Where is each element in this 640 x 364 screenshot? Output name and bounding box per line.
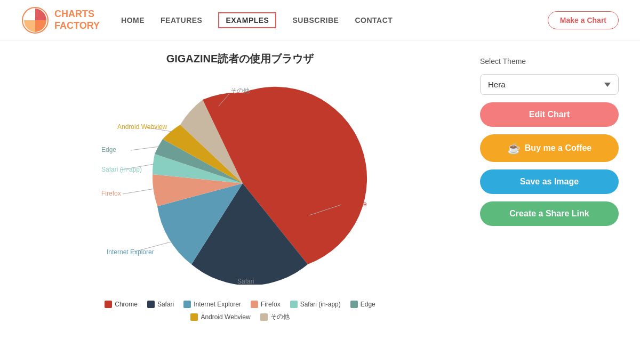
legend-item: Internet Explorer — [183, 301, 241, 308]
label-chrome: Chrome — [344, 200, 367, 208]
pie-chart-svg: Chrome Safari Internet Explorer Firefox … — [101, 71, 379, 285]
legend-color-swatch — [105, 301, 112, 308]
legend-label: Firefox — [261, 301, 281, 308]
logo-text: CHARTS FACTORY — [54, 9, 100, 31]
legend-label: Edge — [361, 301, 375, 308]
legend-item: その他 — [260, 312, 290, 321]
legend-color-swatch — [190, 313, 198, 321]
legend-color-swatch — [147, 301, 155, 308]
chart-container: Chrome Safari Internet Explorer Firefox … — [101, 71, 379, 295]
legend-color-swatch — [183, 301, 191, 308]
nav-home[interactable]: HOME — [121, 15, 145, 25]
chart-title: GIGAZINE読者の使用ブラウザ — [166, 52, 314, 66]
select-theme-label: Select Theme — [480, 57, 619, 66]
legend-label: Internet Explorer — [194, 301, 241, 308]
nav-features[interactable]: FEATURES — [161, 15, 202, 25]
legend-label: Safari — [157, 301, 174, 308]
logo-icon — [21, 6, 49, 34]
save-image-button[interactable]: Save as Image — [480, 169, 619, 194]
legend-color-swatch — [290, 301, 298, 308]
buy-coffee-button[interactable]: ☕ Buy me a Coffee — [480, 134, 619, 162]
make-chart-button[interactable]: Make a Chart — [548, 11, 619, 29]
legend-label: Safari (in-app) — [300, 301, 341, 308]
nav-subscribe[interactable]: SUBSCRIBE — [292, 15, 339, 25]
chart-legend: ChromeSafariInternet ExplorerFirefoxSafa… — [85, 301, 395, 321]
label-safari-inapp: Safari (in-app) — [101, 166, 142, 173]
legend-item: Edge — [350, 301, 375, 308]
legend-label: Chrome — [115, 301, 138, 308]
legend-item: Safari (in-app) — [290, 301, 341, 308]
buy-coffee-label: Buy me a Coffee — [525, 143, 591, 153]
logo-link[interactable]: CHARTS FACTORY — [21, 6, 100, 34]
sidebar: Select Theme HeraZeusApolloAthena Edit C… — [480, 52, 619, 321]
chart-area: GIGAZINE読者の使用ブラウザ — [21, 52, 459, 321]
edit-chart-button[interactable]: Edit Chart — [480, 102, 619, 127]
share-link-button[interactable]: Create a Share Link — [480, 201, 619, 226]
nav-contact[interactable]: CONTACT — [355, 15, 393, 25]
legend-label: その他 — [270, 312, 290, 321]
navbar: CHARTS FACTORY HOME FEATURES EXAMPLES SU… — [0, 0, 640, 41]
coffee-icon: ☕ — [507, 142, 521, 155]
legend-item: Android Webview — [190, 312, 250, 321]
label-edge: Edge — [101, 146, 116, 153]
legend-item: Safari — [147, 301, 174, 308]
svg-line-2 — [123, 189, 155, 194]
nav-examples[interactable]: EXAMPLES — [218, 12, 276, 28]
nav-links: HOME FEATURES EXAMPLES SUBSCRIBE CONTACT — [121, 12, 548, 28]
label-ie: Internet Explorer — [107, 248, 154, 256]
theme-select[interactable]: HeraZeusApolloAthena — [480, 74, 619, 95]
label-other: その他 — [230, 87, 250, 94]
label-safari-bottom: Safari — [237, 278, 254, 285]
legend-color-swatch — [350, 301, 358, 308]
legend-item: Chrome — [105, 301, 138, 308]
legend-color-swatch — [260, 313, 268, 321]
legend-item: Firefox — [251, 301, 281, 308]
legend-color-swatch — [251, 301, 258, 308]
legend-label: Android Webview — [201, 313, 250, 321]
label-firefox: Firefox — [101, 190, 121, 197]
label-android: Android Webview — [117, 123, 167, 131]
svg-line-4 — [131, 147, 159, 150]
main-content: GIGAZINE読者の使用ブラウザ — [0, 41, 640, 337]
